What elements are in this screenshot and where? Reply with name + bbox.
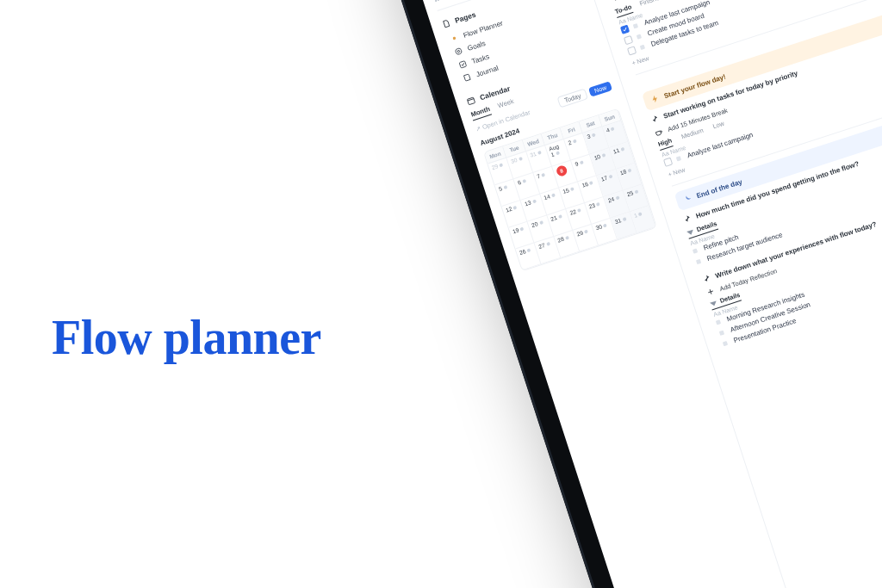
svg-point-2 <box>435 0 437 2</box>
calendar-icon <box>466 96 477 107</box>
now-button[interactable]: Now <box>588 81 612 97</box>
page-icon <box>441 18 452 29</box>
tab-week[interactable]: Week <box>497 97 516 112</box>
svg-rect-9 <box>467 97 475 105</box>
pin-icon <box>701 273 712 284</box>
check-icon <box>457 59 469 71</box>
svg-point-6 <box>455 47 462 54</box>
svg-point-3 <box>438 0 439 1</box>
svg-rect-8 <box>459 61 466 68</box>
pin-icon <box>681 214 693 225</box>
sun-icon <box>449 33 460 44</box>
hero-text: Flow planner <box>52 310 321 365</box>
moon-icon <box>682 194 693 205</box>
pin-icon <box>610 0 621 3</box>
plus-icon <box>705 287 717 298</box>
book-icon <box>462 72 473 84</box>
more-icon <box>433 0 444 5</box>
target-icon <box>453 46 464 57</box>
pin-icon <box>649 114 661 125</box>
bolt-icon <box>649 94 661 105</box>
svg-point-5 <box>452 36 456 40</box>
coffee-icon <box>653 127 664 138</box>
svg-point-7 <box>457 50 460 53</box>
tablet-device: Day @August 8, 2024 - Project Deep Dive … <box>370 0 882 588</box>
